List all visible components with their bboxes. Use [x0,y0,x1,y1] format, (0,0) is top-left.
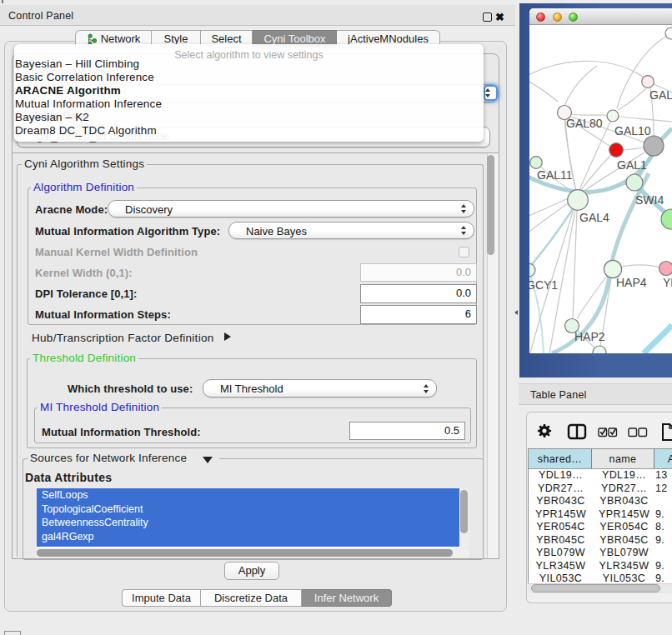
svg-text:GAL1: GAL1 [617,158,647,172]
svg-text:GAL80: GAL80 [566,117,603,130]
svg-text:GCY1: GCY1 [529,278,558,292]
svg-text:GAL4: GAL4 [579,211,609,224]
svg-text:SWI4: SWI4 [635,193,664,207]
svg-text:GAL10: GAL10 [614,124,651,138]
svg-text:HAP4: HAP4 [616,276,647,289]
svg-text:YL: YL [663,276,672,289]
svg-text:GAL2: GAL2 [649,88,672,102]
svg-text:GAL11: GAL11 [537,168,573,182]
svg-text:HAP2: HAP2 [574,330,605,343]
